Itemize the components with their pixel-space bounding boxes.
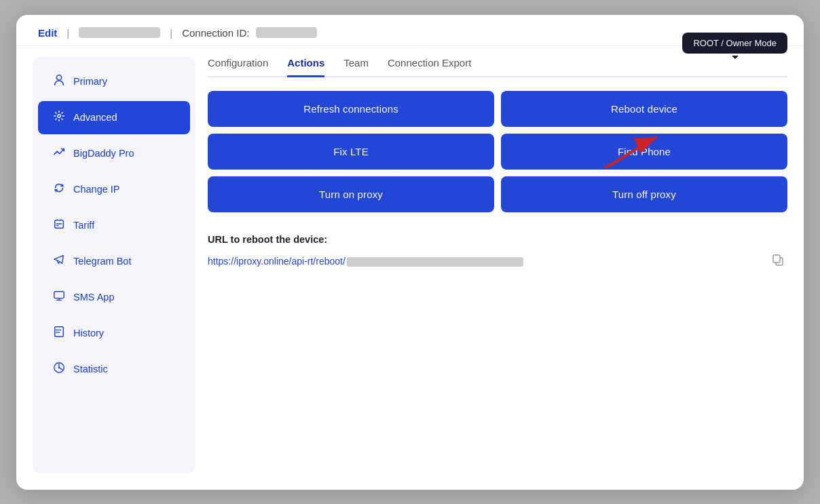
svg-point-0: [56, 75, 61, 79]
sidebar-item-telegram[interactable]: Telegram Bot: [38, 245, 190, 278]
main-content: Primary Advanced BigDaddy Pro: [16, 46, 804, 490]
app-window: Edit | | Connection ID: Primary Advanced: [16, 15, 804, 490]
sidebar-label-bigdaddy: BigDaddy Pro: [73, 148, 134, 159]
right-panel: Configuration Actions Team Connection Ex…: [208, 57, 787, 473]
tab-connection-export[interactable]: Connection Export: [388, 57, 471, 77]
connection-id-blurred: [256, 27, 317, 38]
refresh-connections-button[interactable]: Refresh connections: [208, 91, 494, 127]
sidebar-item-tariff[interactable]: Tariff: [38, 209, 190, 242]
turn-on-proxy-button[interactable]: Turn on proxy: [208, 176, 494, 212]
url-label: URL to reboot the device:: [208, 234, 787, 245]
sidebar-item-statistic[interactable]: Statistic: [38, 353, 190, 386]
svg-point-6: [56, 332, 57, 333]
url-row: https://iproxy.online/api-rt/reboot/: [208, 250, 787, 273]
reboot-device-button[interactable]: Reboot device: [501, 91, 787, 127]
edit-button[interactable]: Edit: [38, 27, 57, 39]
sidebar-item-advanced[interactable]: Advanced: [38, 101, 190, 134]
sidebar-item-history[interactable]: History: [38, 317, 190, 350]
connection-name-blurred: [79, 27, 160, 38]
sidebar-item-changeip[interactable]: Change IP: [38, 173, 190, 206]
sidebar: Primary Advanced BigDaddy Pro: [33, 57, 195, 473]
root-owner-mode-tooltip: ROOT / Owner Mode: [682, 33, 787, 54]
tab-configuration[interactable]: Configuration: [208, 57, 268, 77]
statistic-icon: [52, 362, 67, 377]
svg-point-8: [58, 366, 60, 368]
tabs-bar: Configuration Actions Team Connection Ex…: [208, 57, 787, 77]
sidebar-label-changeip: Change IP: [73, 184, 120, 195]
changeip-icon: [52, 182, 67, 197]
sidebar-label-sms: SMS App: [73, 292, 114, 303]
tab-team[interactable]: Team: [343, 57, 369, 77]
header-divider2: |: [170, 27, 172, 39]
sidebar-label-telegram: Telegram Bot: [73, 256, 131, 267]
primary-icon: [52, 74, 67, 90]
url-blurred: [347, 257, 523, 267]
sidebar-label-tariff: Tariff: [73, 220, 94, 231]
advanced-icon: [52, 110, 67, 125]
actions-content: Refresh connections Reboot device Fix LT…: [208, 91, 787, 231]
sidebar-label-history: History: [73, 328, 104, 338]
copy-icon[interactable]: [768, 250, 787, 273]
history-icon: [52, 326, 67, 341]
sidebar-item-primary[interactable]: Primary: [38, 65, 190, 98]
tariff-icon: [52, 218, 67, 233]
url-prefix: https://iproxy.online/api-rt/reboot/: [208, 256, 346, 267]
sidebar-label-statistic: Statistic: [73, 364, 108, 374]
sidebar-item-bigdaddy[interactable]: BigDaddy Pro: [38, 137, 190, 170]
sidebar-label-advanced: Advanced: [73, 112, 117, 123]
tab-actions[interactable]: Actions: [287, 57, 324, 77]
sidebar-item-sms[interactable]: SMS App: [38, 281, 190, 314]
connection-id-label: Connection ID:: [182, 27, 249, 39]
telegram-icon: [52, 254, 67, 269]
turn-off-proxy-button[interactable]: Turn off proxy: [501, 176, 787, 212]
fix-lte-button[interactable]: Fix LTE: [208, 134, 494, 170]
svg-point-5: [56, 329, 57, 330]
svg-rect-3: [54, 291, 64, 298]
root-mode-tooltip-container: ROOT / Owner Mode: [682, 33, 787, 54]
sms-icon: [52, 290, 67, 305]
svg-rect-4: [55, 326, 64, 336]
svg-point-1: [58, 114, 61, 117]
find-phone-button[interactable]: Find Phone: [501, 134, 787, 170]
url-section: URL to reboot the device: https://iproxy…: [208, 234, 787, 273]
header-divider: |: [67, 27, 69, 39]
bigdaddy-icon: [52, 146, 67, 161]
url-text: https://iproxy.online/api-rt/reboot/: [208, 256, 762, 267]
svg-rect-11: [773, 255, 780, 263]
sidebar-label-primary: Primary: [73, 76, 107, 87]
actions-grid: Refresh connections Reboot device Fix LT…: [208, 91, 787, 212]
